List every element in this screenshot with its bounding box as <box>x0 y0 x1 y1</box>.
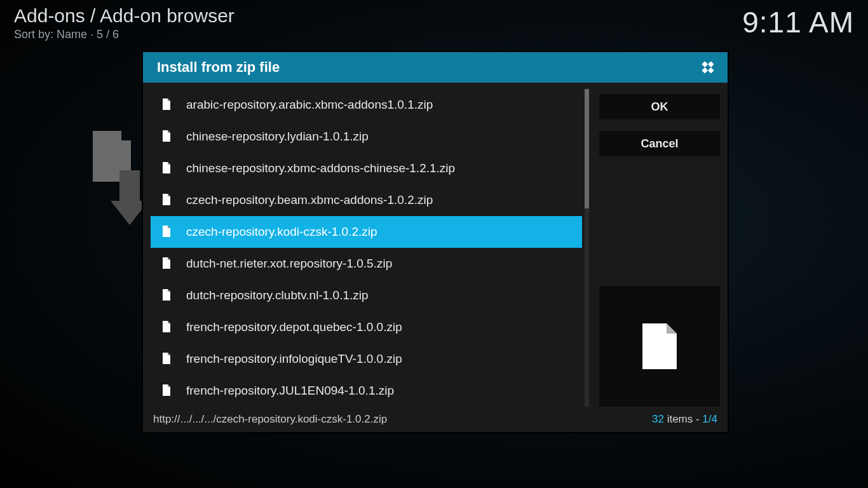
file-icon <box>162 384 172 397</box>
clock: 9:11 AM <box>742 5 854 39</box>
svg-rect-5 <box>112 151 116 154</box>
file-row[interactable]: chinese-repository.lydian-1.0.1.zip <box>151 121 582 152</box>
footer-path: http://.../.../.../czech-repository.kodi… <box>153 413 387 426</box>
file-label: czech-repository.beam.xbmc-addons-1.0.2.… <box>186 193 433 207</box>
svg-rect-13 <box>702 67 708 74</box>
file-row[interactable]: czech-repository.kodi-czsk-1.0.2.zip <box>151 216 582 248</box>
file-label: dutch-repository.clubtv.nl-1.0.1.zip <box>186 288 369 302</box>
file-label: chinese-repository.xbmc-addons-chinese-1… <box>186 161 455 175</box>
file-label: czech-repository.kodi-czsk-1.0.2.zip <box>186 225 377 239</box>
kodi-logo-icon <box>697 57 719 78</box>
file-label: dutch-net.rieter.xot.repository-1.0.5.zi… <box>186 257 392 271</box>
svg-rect-14 <box>702 61 708 67</box>
file-icon <box>162 353 172 365</box>
file-icon <box>162 194 172 207</box>
svg-rect-1 <box>112 138 116 141</box>
file-row[interactable]: dutch-repository.clubtv.nl-1.0.1.zip <box>151 280 582 311</box>
footer-count: 32 items - 1/4 <box>652 413 717 426</box>
file-icon <box>162 226 172 238</box>
svg-rect-7 <box>112 157 116 160</box>
file-row[interactable]: chinese-repository.xbmc-addons-chinese-1… <box>151 152 582 184</box>
svg-rect-11 <box>708 61 714 67</box>
svg-rect-6 <box>108 154 112 157</box>
svg-rect-10 <box>119 170 140 201</box>
file-label: french-repository.infologiqueTV-1.0.0.zi… <box>186 352 402 366</box>
file-row[interactable]: french-repository.depot.quebec-1.0.0.zip <box>151 311 582 343</box>
cancel-button[interactable]: Cancel <box>599 131 720 156</box>
file-label: french-repository.JUL1EN094-1.0.1.zip <box>186 384 394 398</box>
svg-rect-0 <box>108 135 112 138</box>
file-row[interactable]: czech-repository.beam.xbmc-addons-1.0.2.… <box>151 184 582 216</box>
file-row[interactable]: dutch-net.rieter.xot.repository-1.0.5.zi… <box>151 248 582 280</box>
svg-rect-12 <box>708 67 714 74</box>
file-row[interactable]: french-repository.infologiqueTV-1.0.0.zi… <box>151 343 582 375</box>
scrollbar[interactable] <box>585 89 589 407</box>
file-label: arabic-repository.arabic.xbmc-addons1.0.… <box>186 98 433 112</box>
file-icon <box>162 162 172 175</box>
file-list[interactable]: arabic-repository.arabic.xbmc-addons1.0.… <box>151 89 582 407</box>
svg-rect-9 <box>112 163 116 166</box>
file-icon <box>162 257 172 270</box>
svg-rect-8 <box>108 160 112 163</box>
file-icon <box>162 130 172 143</box>
file-label: french-repository.depot.quebec-1.0.0.zip <box>186 320 402 334</box>
svg-rect-2 <box>108 141 112 144</box>
install-zip-dialog: Install from zip file arabic-repository.… <box>143 52 728 432</box>
dialog-title: Install from zip file <box>157 59 697 76</box>
sort-info: Sort by: Name · 5 / 6 <box>14 28 234 41</box>
file-icon <box>162 98 172 111</box>
file-icon <box>640 322 679 370</box>
scroll-thumb[interactable] <box>585 89 589 208</box>
svg-rect-4 <box>108 147 112 151</box>
file-icon <box>162 289 172 302</box>
file-label: chinese-repository.lydian-1.0.1.zip <box>186 130 369 144</box>
svg-rect-3 <box>112 144 116 147</box>
file-row[interactable]: french-repository.JUL1EN094-1.0.1.zip <box>151 375 582 407</box>
dialog-header: Install from zip file <box>143 52 728 83</box>
file-row[interactable]: arabic-repository.arabic.xbmc-addons1.0.… <box>151 89 582 121</box>
file-preview <box>599 286 720 407</box>
file-icon <box>162 321 172 334</box>
ok-button[interactable]: OK <box>599 94 720 119</box>
breadcrumb: Add-ons / Add-on browser <box>14 5 234 27</box>
